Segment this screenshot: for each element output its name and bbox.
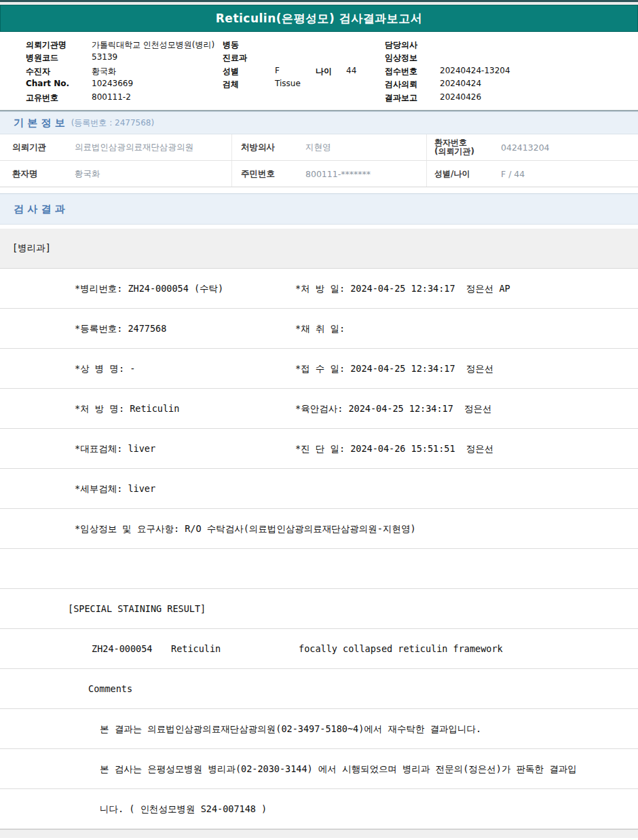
result-row: *상 병 명: - *접 수 일: 2024-04-25 12:34:17 정은… — [0, 349, 638, 389]
cell-divider — [426, 161, 427, 187]
result-left: *처 방 명: Reticulin — [75, 389, 179, 428]
table-row: 의뢰기관 의료법인삼광의료재단삼광의원 처방의사 지현영 환자번호(의뢰기관) … — [0, 134, 638, 161]
field-value: 20240424-13204 — [440, 66, 510, 75]
field-label: 병동 — [223, 39, 239, 51]
field-value: 44 — [346, 66, 356, 75]
cell-label: 주민번호 — [241, 168, 275, 180]
report-title-bar: Reticulin(은평성모) 검사결과보고서 — [0, 5, 638, 32]
result-row: *병리번호: ZH24-000054 (수탁) *처 방 일: 2024-04-… — [0, 269, 638, 309]
field-value: F — [275, 66, 280, 75]
department-label: [병리과] — [12, 242, 51, 254]
comment-text: 니다. ( 인천성모병원 S24-007148 ) — [100, 789, 267, 828]
spacer — [0, 187, 638, 193]
result-right: *진 단 일: 2024-04-26 15:51:51 정은선 — [295, 429, 493, 468]
stain-name: Reticulin — [171, 629, 221, 668]
result-row: *등록번호: 2477568 *채 취 일: — [0, 309, 638, 349]
field-value: 20240424 — [440, 79, 481, 88]
field-value: Tissue — [275, 79, 301, 88]
result-left: *세부검체: liver — [75, 469, 155, 508]
staining-header: [SPECIAL STAINING RESULT] — [68, 589, 206, 628]
stain-result: focally collapsed reticulin framework — [299, 629, 503, 668]
patient-header-row: 고유번호 800111-2 결과보고 20240426 — [0, 92, 638, 105]
comment-row: 본 결과는 의료법인삼광의료재단삼광의원(02-3497-5180~4)에서 재… — [0, 709, 638, 749]
cell-divider — [231, 134, 232, 160]
staining-header-row: [SPECIAL STAINING RESULT] — [0, 589, 638, 629]
field-value: 가톨릭대학교 인천성모병원(병리) — [92, 39, 214, 51]
comments-label: Comments — [88, 669, 132, 708]
table-row: 환자명 황국화 주민번호 800111-******* 성별/나이 F / 44 — [0, 161, 638, 187]
result-right: *처 방 일: 2024-04-25 12:34:17 정은선 AP — [295, 269, 510, 308]
field-label: 검체 — [223, 79, 239, 90]
field-value: 20240426 — [440, 92, 481, 102]
field-label: 성별 — [223, 66, 239, 77]
section-title: 검 사 결 과 — [14, 203, 65, 216]
field-label: Chart No. — [26, 79, 69, 88]
patient-header-row: 병원코드 53139 진료과 임상정보 — [0, 52, 638, 65]
cell-label: 환자번호(의뢰기관) — [434, 138, 474, 156]
cell-value: 042413204 — [501, 142, 550, 153]
cell-divider — [231, 161, 232, 187]
footer-bar — [0, 829, 638, 838]
field-label: 결과보고 — [385, 92, 417, 104]
result-row: *처 방 명: Reticulin *육안검사: 2024-04-25 12:3… — [0, 389, 638, 429]
field-label: 고유번호 — [26, 92, 58, 104]
field-label: 검사의뢰 — [385, 79, 417, 90]
field-label: 담당의사 — [385, 39, 417, 51]
section-subtitle: (등록번호 : 2477568) — [71, 117, 154, 129]
results-section-header: 검 사 결 과 — [0, 193, 638, 225]
field-label: 의뢰기관명 — [26, 39, 67, 51]
cell-value: 지현영 — [305, 142, 331, 153]
result-left: *대표검체: liver — [75, 429, 155, 468]
staining-result-row: ZH24-000054 Reticulin focally collapsed … — [0, 629, 638, 669]
cell-label: 환자명 — [12, 168, 38, 180]
field-label: 나이 — [316, 66, 332, 77]
field-value: 10243669 — [92, 79, 133, 88]
result-row: *세부검체: liver — [0, 469, 638, 509]
field-value: 황국화 — [92, 66, 116, 77]
result-left: *등록번호: 2477568 — [75, 309, 166, 348]
result-row-spacer — [0, 549, 638, 589]
comment-text: 본 결과는 의료법인삼광의료재단삼광의원(02-3497-5180~4)에서 재… — [100, 709, 481, 748]
comment-row: 니다. ( 인천성모병원 S24-007148 ) — [0, 789, 638, 829]
patient-header-row: Chart No. 10243669 검체 Tissue 검사의뢰 202404… — [0, 79, 638, 92]
result-row: *대표검체: liver *진 단 일: 2024-04-26 15:51:51… — [0, 429, 638, 469]
cell-divider — [426, 134, 427, 160]
cell-value: 의료법인삼광의료재단삼광의원 — [75, 142, 193, 153]
field-label: 수진자 — [26, 66, 50, 77]
cell-label-line: (의뢰기관) — [434, 147, 474, 156]
field-value: 800111-2 — [92, 92, 131, 102]
result-right: *접 수 일: 2024-04-25 12:34:17 정은선 — [295, 349, 493, 388]
department-row: [병리과] — [0, 229, 638, 269]
cell-label: 성별/나이 — [434, 170, 470, 178]
basic-info-table: 의뢰기관 의료법인삼광의료재단삼광의원 처방의사 지현영 환자번호(의뢰기관) … — [0, 134, 638, 187]
result-left: *상 병 명: - — [75, 349, 135, 388]
result-right: *육안검사: 2024-04-25 12:34:17 정은선 — [295, 389, 492, 428]
cell-value: 800111-******* — [305, 169, 371, 179]
patient-header: 의뢰기관명 가톨릭대학교 인천성모병원(병리) 병동 담당의사 병원코드 531… — [0, 32, 638, 111]
field-label: 병원코드 — [26, 52, 58, 64]
field-label: 진료과 — [223, 52, 247, 64]
comment-text: 본 검사는 은평성모병원 병리과(02-2030-3144) 에서 시행되었으며… — [100, 749, 577, 788]
cell-value: 황국화 — [75, 168, 100, 180]
field-value: 53139 — [92, 52, 117, 62]
patient-header-row: 수진자 황국화 성별 F 나이 44 접수번호 20240424-13204 — [0, 66, 638, 79]
result-right: *채 취 일: — [295, 309, 345, 348]
basic-info-section-header: 기 본 정 보 (등록번호 : 2477568) — [0, 111, 638, 134]
comments-label-row: Comments — [0, 669, 638, 709]
result-row: *임상정보 및 요구사항: R/O 수탁검사(의료법인삼광의료재단삼광의원-지현… — [0, 509, 638, 549]
specimen-code: ZH24-000054 — [92, 629, 152, 668]
patient-header-row: 의뢰기관명 가톨릭대학교 인천성모병원(병리) 병동 담당의사 — [0, 39, 638, 52]
result-left: *병리번호: ZH24-000054 (수탁) — [75, 269, 223, 308]
comment-row: 본 검사는 은평성모병원 병리과(02-2030-3144) 에서 시행되었으며… — [0, 749, 638, 789]
cell-label: 처방의사 — [241, 142, 275, 153]
report-page: Reticulin(은평성모) 검사결과보고서 의뢰기관명 가톨릭대학교 인천성… — [0, 0, 638, 838]
result-left: *임상정보 및 요구사항: R/O 수탁검사(의료법인삼광의료재단삼광의원-지현… — [75, 509, 416, 548]
field-label: 임상정보 — [385, 52, 417, 64]
cell-value: F / 44 — [501, 169, 525, 179]
report-title: Reticulin(은평성모) 검사결과보고서 — [216, 11, 422, 26]
cell-label: 의뢰기관 — [12, 142, 46, 153]
section-title: 기 본 정 보 — [14, 117, 65, 130]
field-label: 접수번호 — [385, 66, 417, 77]
